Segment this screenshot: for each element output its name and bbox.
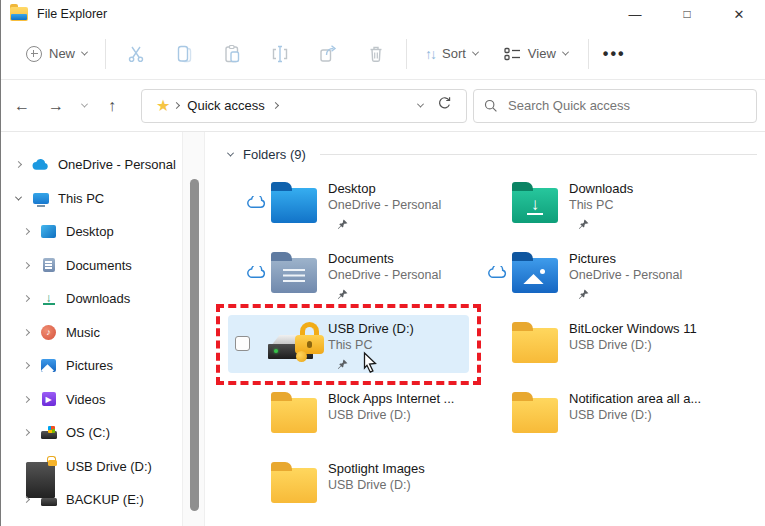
titlebar: File Explorer — □ ✕: [1, 0, 765, 28]
file-explorer-window: File Explorer — □ ✕ New: [0, 0, 765, 526]
sidebar-item-pictures[interactable]: Pictures: [1, 349, 182, 383]
search-input[interactable]: [508, 98, 728, 113]
divider: [105, 39, 106, 69]
pictures-folder-icon: [512, 258, 558, 293]
sidebar-item-documents[interactable]: Documents: [1, 249, 182, 283]
sidebar-item-desktop[interactable]: Desktop: [1, 215, 182, 249]
mouse-cursor-icon: [359, 351, 381, 379]
back-button[interactable]: ←: [5, 97, 39, 115]
chevron-down-icon: [81, 49, 88, 56]
onedrive-cloud-icon: [32, 156, 49, 173]
sidebar-item-videos[interactable]: ▶ Videos: [1, 383, 182, 417]
window-title: File Explorer: [37, 7, 107, 21]
sidebar-item-this-pc[interactable]: This PC: [1, 182, 182, 216]
breadcrumb[interactable]: ★ Quick access: [141, 89, 467, 123]
copy-icon: [174, 44, 194, 64]
folders-section-header[interactable]: Folders (9): [228, 147, 757, 162]
close-button[interactable]: ✕: [713, 0, 765, 28]
pin-icon: [337, 286, 441, 304]
sort-button[interactable]: ↑↓ Sort: [425, 46, 478, 62]
chevron-right-icon[interactable]: [21, 497, 31, 502]
tile-notification-area[interactable]: Notification area all a... USB Drive (D:…: [469, 385, 710, 443]
view-button-label: View: [528, 46, 556, 61]
tile-subtitle: OneDrive - Personal: [569, 267, 682, 284]
chevron-right-icon[interactable]: [21, 296, 31, 301]
address-bar: ← → ↑ ★ Quick access: [1, 80, 765, 132]
breadcrumb-quick-access[interactable]: Quick access: [187, 98, 264, 113]
share-button[interactable]: [304, 44, 352, 64]
tile-pictures[interactable]: Pictures OneDrive - Personal: [469, 245, 710, 303]
tile-subtitle: USB Drive (D:): [328, 407, 454, 424]
refresh-icon: [437, 96, 452, 111]
folder-icon: [512, 328, 558, 363]
downloads-folder-icon: ↓: [512, 188, 558, 223]
tile-documents[interactable]: Documents OneDrive - Personal: [228, 245, 469, 303]
copy-button[interactable]: [160, 44, 208, 64]
divider: [406, 39, 407, 69]
tile-downloads[interactable]: ↓ Downloads This PC: [469, 175, 710, 233]
tile-title: Documents: [328, 250, 441, 267]
chevron-right-icon[interactable]: [21, 263, 31, 268]
chevron-right-icon[interactable]: [21, 330, 31, 335]
tile-title: BitLocker Windows 11: [569, 320, 697, 337]
trash-icon: [366, 44, 386, 64]
vertical-scrollbar[interactable]: [182, 132, 205, 526]
collapse-chevron-icon[interactable]: [227, 150, 234, 157]
refresh-button[interactable]: [437, 96, 452, 115]
forward-button[interactable]: →: [39, 97, 73, 115]
tile-desktop[interactable]: Desktop OneDrive - Personal: [228, 175, 469, 233]
pin-icon: [578, 216, 633, 234]
scrollbar-thumb[interactable]: [190, 179, 199, 511]
sort-arrows-icon: ↑↓: [425, 46, 435, 62]
tile-usb-drive[interactable]: USB Drive (D:) This PC: [228, 315, 469, 373]
chevron-down-icon[interactable]: [13, 196, 23, 201]
tile-spotlight-images[interactable]: Spotlight Images USB Drive (D:): [228, 455, 469, 513]
music-icon: ♪: [40, 324, 57, 341]
navigation-pane: OneDrive - Personal This PC Desktop Docu…: [1, 132, 182, 526]
sidebar-item-os-c[interactable]: OS (C:): [1, 416, 182, 450]
chevron-right-icon[interactable]: [21, 363, 31, 368]
chevron-down-icon: [562, 49, 569, 56]
star-icon: ★: [156, 96, 170, 115]
sidebar-item-downloads[interactable]: ↓ Downloads: [1, 282, 182, 316]
item-checkbox[interactable]: [235, 336, 250, 351]
tile-subtitle: USB Drive (D:): [328, 477, 425, 494]
tile-subtitle: This PC: [569, 197, 633, 214]
minimize-button[interactable]: —: [609, 0, 661, 28]
see-more-button[interactable]: •••: [603, 45, 626, 63]
rename-icon: [270, 44, 290, 64]
tile-title: USB Drive (D:): [328, 320, 414, 337]
desktop-icon: [40, 223, 57, 240]
tile-bitlocker-windows-11[interactable]: BitLocker Windows 11 USB Drive (D:): [469, 315, 710, 373]
chevron-down-icon: [472, 49, 479, 56]
file-explorer-icon: [10, 7, 28, 21]
ellipsis-icon: •••: [603, 45, 626, 63]
address-dropdown-button[interactable]: [417, 101, 424, 108]
new-button[interactable]: New: [26, 46, 87, 62]
tile-title: Notification area all a...: [569, 390, 701, 407]
onedrive-status-icon: [247, 195, 266, 213]
recent-locations-button[interactable]: [73, 103, 95, 108]
maximize-button[interactable]: □: [661, 0, 713, 28]
chevron-right-icon[interactable]: [21, 397, 31, 402]
delete-button[interactable]: [352, 44, 400, 64]
plus-circle-icon: [26, 46, 42, 62]
up-button[interactable]: ↑: [95, 97, 129, 115]
desktop-folder-icon: [271, 188, 317, 223]
sidebar-item-usb-drive-d[interactable]: USB Drive (D:): [1, 450, 182, 484]
chevron-right-icon[interactable]: [21, 229, 31, 234]
tile-block-apps-internet[interactable]: Block Apps Internet ... USB Drive (D:): [228, 385, 469, 443]
chevron-right-icon[interactable]: [13, 162, 23, 167]
folder-icon: [271, 468, 317, 503]
search-box[interactable]: [473, 89, 757, 123]
sidebar-item-music[interactable]: ♪ Music: [1, 316, 182, 350]
paste-button[interactable]: [208, 44, 256, 64]
sidebar-item-onedrive[interactable]: OneDrive - Personal: [1, 148, 182, 182]
view-button[interactable]: View: [504, 46, 568, 62]
content-pane: Folders (9) Desktop OneDrive - Personal …: [206, 132, 765, 526]
command-toolbar: New: [1, 28, 765, 80]
scissors-icon: [126, 44, 146, 64]
rename-button[interactable]: [256, 44, 304, 64]
cut-button[interactable]: [112, 44, 160, 64]
chevron-right-icon[interactable]: [21, 430, 31, 435]
